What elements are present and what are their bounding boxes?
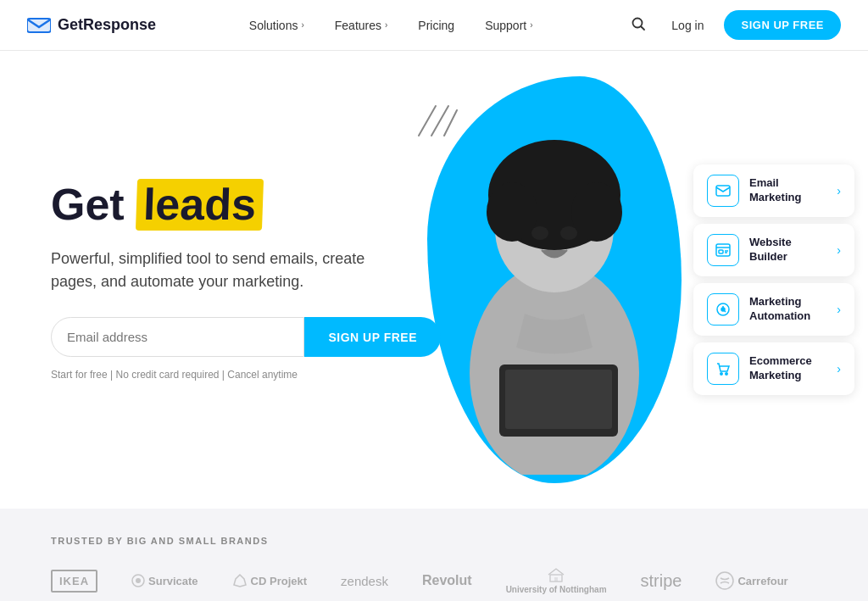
login-button[interactable]: Log in [661, 12, 714, 39]
website-builder-icon [707, 234, 739, 266]
svg-rect-12 [505, 370, 612, 429]
hero-disclaimer: Start for free | No credit card required… [51, 369, 458, 381]
ecommerce-marketing-label: Ecommerce Marketing [749, 354, 826, 383]
feature-cards: Email Marketing › Website Builder › [693, 164, 854, 395]
feature-card-ecommerce[interactable]: Ecommerce Marketing › [693, 342, 854, 395]
trusted-label: TRUSTED BY BIG AND SMALL BRANDS [51, 536, 817, 546]
svg-point-9 [531, 226, 548, 240]
nav-pricing[interactable]: Pricing [406, 12, 466, 39]
arrow-icon: › [837, 303, 841, 316]
hero-content: Get leads Powerful, simplified tool to s… [51, 179, 458, 381]
email-marketing-icon [707, 175, 739, 207]
search-icon[interactable] [626, 11, 651, 40]
logo[interactable]: GetResponse [27, 16, 156, 34]
svg-point-7 [487, 182, 537, 242]
chevron-icon: › [530, 20, 532, 30]
arrow-icon: › [837, 184, 841, 198]
svg-line-15 [444, 110, 457, 136]
decorative-lines [410, 102, 461, 147]
hero-person [431, 85, 677, 475]
brand-ikea: IKEA [51, 570, 97, 593]
chevron-icon: › [385, 20, 387, 30]
marketing-automation-label: Marketing Automation [749, 295, 826, 324]
brand-logos: IKEA Survicate CD Projekt zendesk Revolu… [51, 566, 817, 601]
email-input[interactable] [51, 317, 304, 357]
svg-point-30 [716, 572, 733, 589]
brand-zendesk: zendesk [341, 574, 388, 588]
hero-title: Get leads [51, 179, 458, 231]
brand-revolut: Revolut [422, 573, 472, 588]
svg-point-23 [721, 308, 725, 311]
title-get: Get [51, 180, 136, 229]
nav-right: Log in SIGN UP FREE [626, 10, 841, 40]
nav-solutions[interactable]: Solutions › [237, 12, 316, 39]
svg-line-3 [642, 26, 645, 30]
svg-rect-19 [719, 250, 723, 253]
email-marketing-label: Email Marketing [749, 176, 826, 205]
nav-features[interactable]: Features › [323, 12, 400, 39]
feature-card-email[interactable]: Email Marketing › [693, 164, 854, 217]
arrow-icon: › [837, 362, 841, 376]
feature-card-website[interactable]: Website Builder › [693, 224, 854, 276]
title-leads: leads [136, 179, 264, 231]
svg-point-25 [726, 373, 727, 375]
brand-stripe: stripe [641, 571, 682, 591]
nav-links: Solutions › Features › Pricing Support › [237, 12, 545, 39]
brand-cdprojekt: CD Projekt [232, 573, 307, 588]
logo-text: GetResponse [58, 16, 156, 34]
svg-rect-16 [716, 186, 730, 196]
brand-survicate: Survicate [131, 574, 198, 587]
brand-carrefour: Carrefour [715, 571, 787, 590]
feature-card-automation[interactable]: Marketing Automation › [693, 283, 854, 336]
brand-nottingham: University of Nottingham [506, 566, 607, 595]
signup-button[interactable]: SIGN UP FREE [724, 10, 841, 40]
svg-point-24 [721, 373, 722, 375]
hero-subtitle: Powerful, simplified tool to send emails… [51, 248, 407, 293]
nav-support[interactable]: Support › [473, 12, 544, 39]
svg-point-10 [560, 226, 577, 240]
website-builder-label: Website Builder [749, 236, 826, 264]
chevron-icon: › [301, 20, 303, 30]
hero-form: SIGN UP FREE [51, 317, 441, 357]
trusted-section: TRUSTED BY BIG AND SMALL BRANDS IKEA Sur… [0, 509, 868, 601]
hero-signup-button[interactable]: SIGN UP FREE [304, 317, 441, 357]
hero-section: Get leads Powerful, simplified tool to s… [0, 51, 868, 509]
ecommerce-marketing-icon [707, 353, 739, 385]
logo-icon [27, 17, 51, 34]
marketing-automation-icon [707, 293, 739, 326]
svg-point-2 [633, 18, 643, 27]
svg-rect-29 [554, 577, 558, 582]
arrow-icon: › [837, 243, 841, 257]
svg-point-8 [571, 182, 622, 242]
svg-point-27 [136, 578, 141, 583]
navbar: GetResponse Solutions › Features › Prici… [0, 0, 868, 51]
